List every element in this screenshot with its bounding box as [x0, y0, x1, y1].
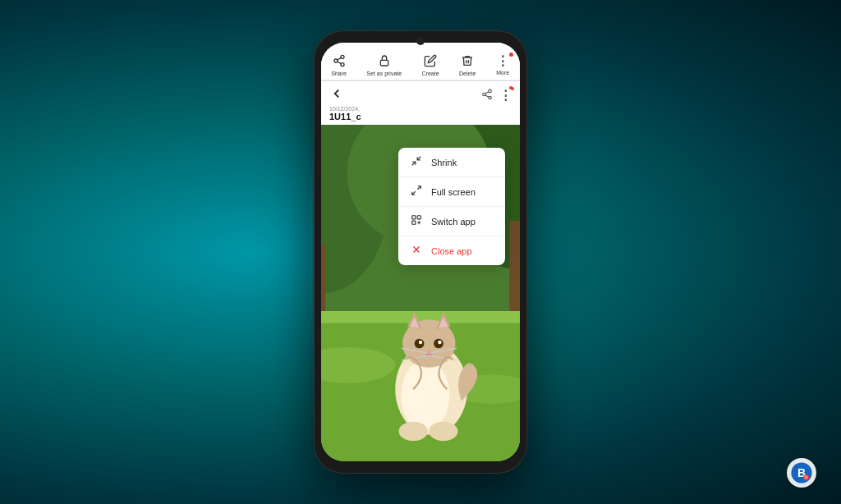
menu-item-close-app[interactable]: Close app [398, 236, 505, 265]
set-as-private-label: Set as private [366, 71, 402, 76]
photo-container: Shrink Full screen [321, 125, 520, 461]
menu-item-full-screen[interactable]: Full screen [398, 177, 505, 207]
trash-icon [461, 54, 474, 69]
file-date: 10/12/2024, [329, 106, 512, 112]
top-toolbar: Share Set as private C [321, 43, 520, 80]
content-area: ⋮ 10/12/2024, 1U11_c [321, 81, 520, 461]
camera-notch [416, 37, 425, 45]
svg-line-10 [485, 91, 489, 93]
close-app-icon [410, 244, 423, 258]
svg-point-31 [419, 341, 422, 344]
close-app-label: Close app [431, 246, 472, 256]
toolbar-more[interactable]: ⋮ More [496, 55, 510, 76]
content-header: ⋮ [321, 81, 520, 106]
svg-line-42 [417, 186, 420, 190]
svg-point-38 [399, 422, 428, 441]
lock-icon [378, 54, 391, 69]
dropdown-menu: Shrink Full screen [398, 148, 505, 265]
switch-app-icon [410, 214, 423, 228]
svg-line-41 [417, 157, 420, 160]
create-icon [424, 54, 437, 69]
svg-line-9 [485, 94, 489, 96]
svg-rect-46 [412, 221, 416, 224]
svg-line-4 [337, 57, 341, 60]
svg-point-8 [489, 96, 492, 99]
delete-label: Delete [459, 71, 476, 76]
menu-item-switch-app[interactable]: Switch app [398, 207, 505, 236]
toolbar-delete[interactable]: Delete [459, 54, 476, 76]
more-dots-icon: ⋮ [496, 55, 510, 68]
create-label: Create [422, 71, 439, 76]
toolbar-set-as-private[interactable]: Set as private [366, 54, 402, 76]
file-name: 1U11_c [329, 112, 512, 121]
back-button[interactable] [329, 86, 344, 104]
phone-frame: Share Set as private C [314, 30, 527, 474]
svg-point-0 [341, 55, 344, 58]
toolbar-share[interactable]: Share [331, 54, 347, 76]
switch-app-label: Switch app [431, 217, 476, 227]
fullscreen-label: Full screen [431, 187, 476, 197]
shrink-icon [410, 155, 423, 169]
more-button-sm[interactable]: ⋮ [499, 88, 512, 103]
more-label: More [496, 70, 509, 76]
shrink-label: Shrink [431, 158, 457, 167]
header-actions: ⋮ [481, 88, 512, 103]
svg-line-43 [412, 191, 416, 195]
svg-rect-5 [380, 60, 388, 66]
svg-point-7 [483, 93, 486, 96]
svg-point-39 [429, 422, 457, 441]
svg-line-40 [412, 162, 416, 165]
file-info: 10/12/2024, 1U11_c [321, 106, 520, 125]
svg-point-1 [334, 59, 338, 62]
svg-point-23 [402, 360, 450, 432]
svg-rect-44 [412, 216, 416, 219]
toolbar-create[interactable]: Create [422, 54, 439, 76]
fullscreen-icon [410, 185, 423, 199]
phone-screen: Share Set as private C [321, 43, 520, 461]
share-button-sm[interactable] [481, 89, 493, 103]
svg-point-32 [438, 341, 441, 344]
svg-rect-16 [509, 221, 520, 317]
svg-line-3 [337, 62, 341, 64]
share-icon [333, 54, 346, 69]
menu-item-shrink[interactable]: Shrink [398, 148, 505, 177]
svg-rect-45 [417, 216, 420, 219]
svg-point-2 [341, 63, 344, 66]
share-label: Share [331, 71, 347, 76]
brand-logo: B ® [787, 458, 816, 488]
svg-point-6 [489, 89, 492, 93]
